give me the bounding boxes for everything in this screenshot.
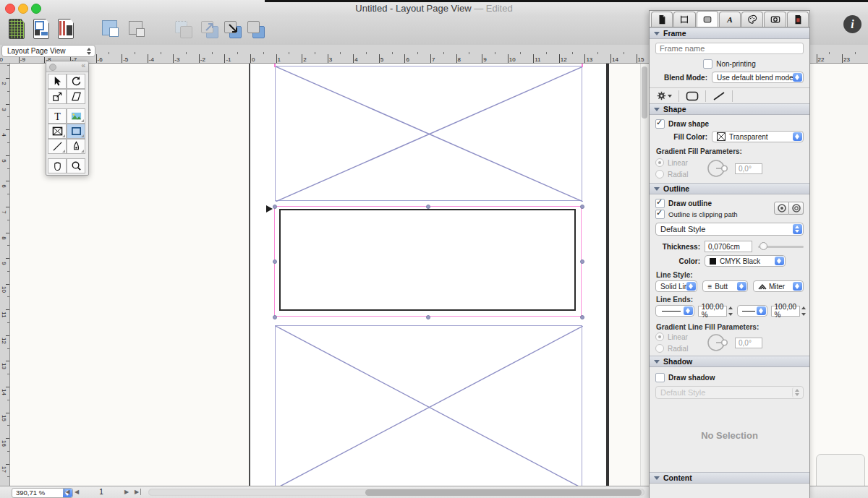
selection-handle[interactable] — [580, 205, 584, 209]
line-radial-radio — [655, 344, 664, 353]
info-button[interactable]: i — [843, 15, 861, 33]
inspector-tab-bar: A — [650, 11, 809, 27]
palette-collapse-icon[interactable]: « — [81, 61, 85, 69]
content-section-header[interactable]: Content — [650, 472, 809, 484]
select-tool-button[interactable] — [48, 74, 67, 89]
selected-frame[interactable] — [274, 206, 582, 317]
move-to-front-icon — [200, 19, 218, 40]
outline-clipping-checkbox[interactable] — [655, 210, 665, 219]
tab-output[interactable] — [787, 12, 809, 27]
last-page-button[interactable]: ▶ — [135, 489, 141, 495]
palette-close-button[interactable] — [49, 64, 56, 71]
rectangle-tool-button[interactable] — [67, 124, 85, 139]
line-tool-button[interactable] — [48, 139, 67, 154]
next-page-button[interactable]: ▶ — [124, 489, 129, 495]
xframe-icon — [52, 126, 63, 137]
outline-color-label: Color: — [655, 257, 700, 265]
shadow-section-header[interactable]: Shadow — [650, 356, 809, 367]
line-style-label: Line Style: — [650, 271, 809, 279]
minimize-button[interactable] — [18, 4, 28, 14]
line-shape-button[interactable] — [710, 90, 728, 103]
outline-color-select[interactable]: CMYK Black — [705, 255, 786, 267]
bring-forward-icon — [174, 19, 192, 40]
tab-geometry[interactable] — [673, 12, 695, 27]
stepper-icon[interactable] — [728, 306, 733, 317]
tab-shape[interactable] — [697, 11, 718, 27]
move-to-back-icon[interactable] — [246, 19, 265, 40]
stepper-icon[interactable] — [801, 306, 807, 317]
non-printing-checkbox[interactable] — [703, 59, 712, 69]
edit-frame-icon[interactable] — [101, 20, 120, 41]
rotate-tool-button[interactable] — [67, 74, 85, 89]
selection-handle[interactable] — [426, 205, 430, 209]
view-mode-select[interactable]: Layout Page View — [1, 45, 95, 57]
line-start-scale-field[interactable]: 100,00 % — [698, 306, 728, 317]
zoom-window-button[interactable] — [31, 4, 41, 14]
close-button[interactable] — [5, 4, 15, 14]
selection-handle[interactable] — [273, 205, 277, 209]
gradient-fill-params-label: Gradient Fill Parameters: — [650, 147, 809, 155]
selection-handle[interactable] — [580, 259, 584, 264]
draw-outline-checkbox[interactable] — [655, 199, 665, 208]
outline-outside-button[interactable] — [789, 202, 804, 215]
draw-shadow-label: Draw shadow — [668, 374, 715, 382]
grid-page-icon[interactable] — [7, 18, 26, 40]
frame-section-header[interactable]: Frame — [650, 27, 809, 39]
outline-style-select[interactable]: Default Style — [655, 223, 804, 236]
image-tool-button[interactable] — [67, 108, 85, 124]
selection-handle[interactable] — [273, 259, 277, 264]
selection-handle[interactable] — [580, 315, 584, 319]
gradient-line-params-label: Gradient Line Fill Parameters: — [650, 323, 809, 331]
scale-icon — [52, 91, 63, 102]
gear-menu-button[interactable] — [654, 90, 675, 103]
outline-section-header[interactable]: Outline — [650, 183, 809, 194]
canvas-vertical-scrollbar[interactable] — [640, 64, 649, 486]
line-end-select[interactable] — [737, 305, 767, 317]
placeholder-frame-tool-button[interactable] — [48, 124, 67, 139]
shape-section-header[interactable]: Shape — [650, 103, 809, 115]
tab-document[interactable] — [651, 12, 673, 27]
outline-inside-button[interactable] — [774, 202, 789, 215]
canvas-vertical-scrollbar-thumb[interactable] — [642, 66, 647, 119]
canvas-horizontal-scrollbar[interactable] — [148, 489, 644, 496]
bezier-tool-button[interactable] — [67, 139, 85, 154]
previous-page-button[interactable]: ◀ — [75, 489, 79, 495]
canvas-horizontal-scrollbar-thumb[interactable] — [365, 489, 642, 496]
thickness-field[interactable]: 0,0706cm — [705, 241, 752, 252]
selection-handle[interactable] — [273, 315, 277, 319]
magnifier-icon — [71, 160, 82, 171]
line-start-select[interactable] — [655, 305, 694, 317]
tab-image[interactable] — [764, 12, 786, 27]
tab-text[interactable]: A — [719, 12, 741, 27]
styles-page-icon[interactable] — [56, 18, 75, 40]
frame-name-input[interactable] — [655, 43, 804, 54]
text-tool-button[interactable]: T — [48, 108, 67, 124]
line-icon — [52, 141, 63, 152]
send-backward-icon[interactable] — [223, 19, 242, 40]
line-end-scale-field[interactable]: 100,00 % — [771, 306, 801, 317]
palette-title-bar[interactable]: « — [46, 61, 88, 72]
tool-palette: « T — [46, 61, 89, 176]
skew-tool-button[interactable] — [67, 89, 85, 104]
placeholder-frame[interactable] — [275, 66, 582, 201]
placeholder-frame[interactable] — [275, 325, 582, 486]
draw-shadow-checkbox[interactable] — [655, 373, 665, 382]
rounded-rect-shape-button[interactable] — [683, 90, 702, 103]
draw-shape-checkbox[interactable] — [655, 119, 665, 129]
zoom-tool-button[interactable] — [67, 158, 85, 173]
line-style-select[interactable]: Solid Line — [655, 280, 697, 292]
pan-tool-button[interactable] — [48, 158, 67, 173]
T-icon: T — [52, 111, 63, 121]
thickness-slider[interactable] — [758, 246, 804, 248]
blend-mode-select[interactable]: Use default blend mode — [712, 72, 804, 83]
fill-color-select[interactable]: Transparent — [712, 131, 804, 142]
selection-handle[interactable] — [426, 315, 430, 319]
layout-page-icon[interactable] — [32, 18, 51, 40]
first-page-button[interactable]: ◀ — [64, 489, 70, 495]
scale-tool-button[interactable] — [48, 89, 67, 104]
transform-frame-icon[interactable] — [127, 20, 146, 41]
blend-mode-stepper-icon — [793, 73, 802, 82]
line-cap-select[interactable]: ≡Butt — [702, 280, 747, 292]
tab-colors[interactable] — [741, 12, 763, 27]
line-join-select[interactable]: Miter — [753, 280, 804, 292]
